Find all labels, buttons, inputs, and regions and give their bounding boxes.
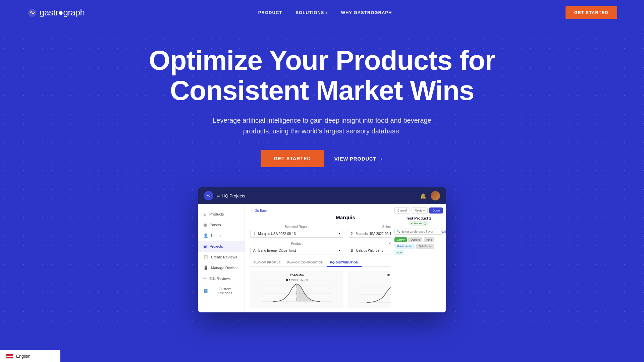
logo[interactable]: gastr●graph [27, 7, 85, 18]
tab-pq-distribution[interactable]: PQ DISTRIBUTION [327, 258, 362, 267]
sidebar-item-panels[interactable]: ▦ Panels [198, 220, 245, 230]
hero-content: Optimize Your Products for Consistent Ma… [67, 45, 577, 312]
flavor-tag-roe[interactable]: Roe [394, 250, 404, 255]
tab-flavor-profile[interactable]: FLAVOR PROFILE [250, 258, 284, 266]
user-avatar[interactable] [431, 191, 440, 200]
svg-point-1 [32, 12, 33, 13]
flavor-tag-oysters[interactable]: Oysters [408, 237, 422, 242]
hero-section: Optimize Your Products for Consistent Ma… [0, 25, 644, 326]
chart-1-legend: ■ PQ: 5 - 30.7% [253, 278, 341, 281]
edit-reviews-icon: ✏ [203, 276, 207, 281]
hero-get-started-button[interactable]: GET STARTED [261, 150, 324, 167]
logo-text: gastr●graph [40, 7, 85, 18]
flavor-tag-fish-sauce[interactable]: Fish Sauce [416, 244, 434, 249]
notification-bell-icon[interactable]: 🔔 [420, 193, 427, 199]
panel-product-name: Test Product 2 [394, 216, 443, 220]
projects-icon: ▣ [203, 244, 207, 249]
topbar-left: ⇄ HQ Projects [204, 191, 245, 200]
dashboard-sidebar: ⊞ Products ▦ Panels 👤 Users ▣ [198, 204, 245, 312]
dashboard-preview: ⇄ HQ Projects 🔔 ⊞ Prod [67, 187, 577, 312]
cancel-button[interactable]: Cancel [394, 207, 410, 214]
dashboard-main: ← Go Back Marquis Selected Report 1 - Ma… [245, 204, 446, 312]
sidebar-item-projects[interactable]: ▣ Projects [198, 241, 245, 252]
product-1-label: Product [250, 242, 343, 245]
dashboard-logo [204, 191, 213, 200]
panel-product-tag: ● Marine ⓘ [409, 221, 428, 226]
sidebar-item-products[interactable]: ⊞ Products [198, 209, 245, 220]
panel-search[interactable]: 🔍 Add [394, 229, 443, 235]
custom-lexicons-icon: 📘 [203, 289, 208, 293]
form-group-product-1: Product A - Bang Energy Citrus Twist ▾ [250, 242, 343, 254]
form-group-report-1: Selected Report 1 - Marquis USA 2022-09-… [250, 225, 343, 238]
footer-language[interactable]: English › [0, 350, 60, 362]
add-flavor-button[interactable]: Add [441, 230, 446, 233]
chart-1-legend-dot [286, 279, 288, 281]
grid-icon: ⊞ [203, 212, 207, 217]
review-button[interactable]: Review [412, 207, 428, 214]
users-icon: 👤 [203, 233, 208, 238]
chart-1: 784-5 Min ■ PQ: 5 - 30.7% [250, 271, 343, 308]
tag-info-icon: ⓘ [424, 222, 426, 225]
sidebar-item-users[interactable]: 👤 Users [198, 230, 245, 241]
nav-product[interactable]: PRODUCT [258, 10, 282, 15]
hero-headline: Optimize Your Products for Consistent Ma… [67, 45, 577, 106]
navbar: gastr●graph PRODUCT SOLUTIONS ▾ WHY GAST… [0, 0, 644, 25]
nav-solutions[interactable]: SOLUTIONS ▾ [296, 10, 327, 15]
report-1-label: Selected Report [250, 225, 343, 229]
flavor-tag-earthy[interactable]: Earthy [394, 237, 407, 242]
dashboard-project-title: ⇄ HQ Projects [217, 193, 245, 198]
tag-dot: ● [411, 222, 413, 225]
flavor-tag-mahi[interactable]: Mahi-Lobster [394, 244, 415, 249]
hero-view-product-button[interactable]: VIEW PRODUCT → [334, 156, 383, 162]
hero-buttons: GET STARTED VIEW PRODUCT → [67, 150, 577, 167]
dashboard-window: ⇄ HQ Projects 🔔 ⊞ Prod [198, 187, 446, 312]
flavor-tags: Earthy Oysters Tuna Mahi-Lobster Fish Sa… [394, 237, 443, 255]
right-panel: Cancel Review Done Test Product 2 ● Mari… [391, 204, 446, 312]
logo-icon [27, 7, 38, 18]
select-chevron-icon: ▾ [339, 232, 340, 235]
flavor-tag-tuna[interactable]: Tuna [424, 237, 434, 242]
nav-why[interactable]: WHY GASTROGRAPH [341, 10, 392, 15]
panels-icon: ▦ [203, 223, 207, 227]
product-1-select[interactable]: A - Bang Energy Citrus Twist ▾ [250, 247, 343, 254]
hero-subtext: Leverage artificial intelligence to gain… [208, 115, 436, 136]
nav-get-started-button[interactable]: GET STARTED [566, 6, 617, 19]
topbar-right: 🔔 [420, 191, 440, 200]
sidebar-item-manage-devices[interactable]: 📱 Manage Devices [198, 262, 245, 273]
chart-1-svg [253, 282, 341, 305]
flavor-search-input[interactable] [402, 230, 439, 233]
tab-flavor-composition[interactable]: FLAVOR COMPOSITION [284, 258, 327, 266]
english-flag-icon [6, 354, 13, 359]
chevron-down-icon: ▾ [326, 11, 328, 14]
sidebar-item-custom-lexicons[interactable]: 📘 Custom Lexicons [198, 284, 245, 298]
dashboard-logo-icon [206, 193, 211, 198]
dashboard-body: ⊞ Products ▦ Panels 👤 Users ▣ [198, 204, 446, 312]
search-icon: 🔍 [397, 230, 400, 233]
language-label: English [16, 354, 31, 359]
report-1-select[interactable]: 1 - Marquis USA 2022-09-13 ▾ [250, 230, 343, 238]
dashboard-topbar: ⇄ HQ Projects 🔔 [198, 187, 446, 204]
chart-1-title: 784-5 Min [253, 274, 341, 277]
svg-point-2 [208, 195, 209, 196]
panel-header: Cancel Review Done [394, 207, 443, 214]
sidebar-item-edit-reviews[interactable]: ✏ Edit Reviews [198, 273, 245, 284]
manage-devices-icon: 📱 [203, 265, 208, 270]
product-1-chevron-icon: ▾ [339, 249, 340, 252]
sidebar-item-create-reviews[interactable]: 📋 Create Reviews [198, 252, 245, 262]
done-button[interactable]: Done [429, 207, 443, 214]
language-chevron-icon: › [33, 354, 35, 358]
create-reviews-icon: 📋 [203, 255, 208, 259]
nav-links: PRODUCT SOLUTIONS ▾ WHY GASTROGRAPH [258, 10, 392, 15]
